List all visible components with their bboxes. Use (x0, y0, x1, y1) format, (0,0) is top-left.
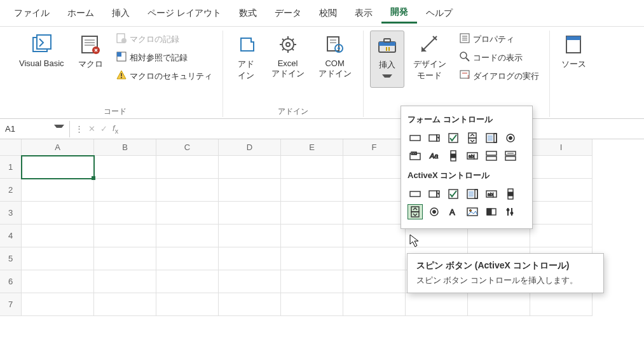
col-header-i[interactable]: I (530, 139, 593, 156)
svg-rect-62 (451, 154, 456, 158)
ax-scrollbar[interactable] (503, 186, 518, 202)
tab-developer[interactable]: 開発 (381, 3, 417, 24)
form-edit[interactable] (503, 148, 518, 163)
run-dialog-button[interactable]: ! ダイアログの実行 (455, 67, 543, 85)
com-addins-icon (324, 33, 346, 56)
tab-home[interactable]: ホーム (58, 4, 103, 23)
cancel-icon[interactable]: ✕ (88, 124, 95, 134)
col-header-d[interactable]: D (219, 139, 281, 156)
svg-point-56 (509, 137, 512, 140)
design-mode-label: デザイン モード (413, 59, 446, 81)
fx-icon[interactable]: fx (113, 123, 118, 135)
xml-source-button[interactable]: ソース (556, 31, 591, 73)
svg-text:ab|: ab| (488, 192, 494, 197)
addins-icon (235, 33, 257, 56)
svg-text:XYZ: XYZ (412, 152, 417, 155)
properties-button[interactable]: プロパティ (455, 31, 543, 48)
row-header-6[interactable]: 6 (0, 270, 22, 293)
formula-input[interactable] (123, 119, 644, 139)
insert-controls-dropdown: フォーム コントロール XYZAaab| ActiveX コントロール ab|A (401, 106, 533, 229)
form-spinner[interactable] (465, 130, 480, 146)
row-header-3[interactable]: 3 (0, 202, 22, 225)
tab-review[interactable]: 校閲 (310, 4, 346, 23)
row-header-4[interactable]: 4 (0, 225, 22, 247)
tab-view[interactable]: 表示 (346, 4, 381, 23)
col-header-e[interactable]: E (281, 139, 343, 156)
addins-button[interactable]: アド イン (230, 31, 263, 84)
col-header-c[interactable]: C (156, 139, 219, 156)
svg-point-94 (507, 209, 509, 211)
view-code-button[interactable]: コードの表示 (455, 49, 543, 66)
ax-spinbutton[interactable] (408, 204, 423, 219)
form-textfield[interactable]: ab| (465, 148, 480, 163)
ax-morecontrols[interactable] (503, 204, 518, 219)
tab-data[interactable]: データ (266, 4, 310, 23)
form-groupbox[interactable]: XYZ (408, 148, 423, 163)
group-addins-label: アドイン (278, 106, 308, 117)
gear-icon (277, 33, 299, 56)
menu-dots-icon[interactable]: ⋮ (75, 124, 83, 134)
group-addins: アド イン Excel アドイン COM アドイン アドイン (223, 31, 364, 117)
record-macro-button[interactable]: マクロの記録 (112, 31, 216, 48)
com-addins-label: COM アドイン (319, 59, 352, 80)
ax-label[interactable]: A (446, 204, 461, 219)
svg-line-38 (466, 58, 469, 61)
ax-textbox[interactable]: ab| (484, 186, 499, 202)
row-header-2[interactable]: 2 (0, 179, 22, 202)
col-header-b[interactable]: B (94, 139, 156, 156)
row-header-7[interactable]: 7 (0, 293, 22, 316)
ax-commandbutton[interactable] (408, 186, 423, 202)
tab-formulas[interactable]: 数式 (230, 4, 266, 23)
macro-security-button[interactable]: マクロのセキュリティ (112, 67, 216, 85)
tab-help[interactable]: ヘルプ (417, 4, 462, 23)
excel-addins-button[interactable]: Excel アドイン (266, 31, 310, 82)
run-dialog-icon: ! (459, 69, 470, 83)
row-header-5[interactable]: 5 (0, 247, 22, 270)
form-label[interactable]: Aa (427, 148, 442, 163)
record-macro-icon (116, 32, 127, 46)
ax-optionbutton[interactable] (427, 204, 442, 219)
chevron-down-icon (54, 123, 64, 135)
tab-insert[interactable]: 挿入 (103, 4, 139, 23)
ax-checkbox[interactable] (446, 186, 461, 202)
name-box[interactable]: A1 (0, 121, 70, 137)
design-mode-button[interactable]: デザイン モード (408, 31, 451, 84)
tooltip-title: スピン ボタン (ActiveX コントロール) (416, 260, 569, 270)
insert-controls-button[interactable]: 挿入 (370, 31, 404, 88)
col-header-f[interactable]: F (343, 139, 406, 156)
col-headers: A B C D E F G H I (22, 139, 644, 156)
form-button[interactable] (408, 130, 423, 146)
form-combo2[interactable] (484, 148, 499, 163)
com-addins-button[interactable]: COM アドイン (313, 31, 357, 82)
ax-listbox[interactable] (465, 186, 480, 202)
cell-a1[interactable] (22, 156, 94, 179)
tab-file[interactable]: ファイル (5, 4, 58, 23)
row-header-1[interactable]: 1 (0, 156, 22, 179)
svg-rect-70 (410, 191, 420, 197)
select-all-corner[interactable] (0, 139, 22, 156)
form-combobox[interactable] (427, 130, 442, 146)
visual-basic-button[interactable]: Visual Basic (14, 31, 69, 71)
form-optionbutton[interactable] (503, 130, 518, 146)
macros-icon (79, 33, 102, 56)
col-header-a[interactable]: A (22, 139, 94, 156)
ax-togglebutton[interactable] (484, 204, 499, 219)
relative-ref-button[interactable]: 相対参照で記録 (112, 49, 216, 66)
svg-text:ab|: ab| (469, 154, 475, 159)
relative-ref-label: 相対参照で記録 (130, 52, 188, 64)
enter-icon[interactable]: ✓ (100, 124, 107, 134)
ax-image[interactable] (465, 204, 480, 219)
macros-button[interactable]: マクロ (73, 31, 108, 73)
svg-line-20 (292, 48, 294, 50)
form-checkbox[interactable] (446, 130, 461, 146)
group-xml: ソース (550, 31, 598, 117)
svg-line-19 (282, 39, 284, 41)
svg-point-86 (433, 211, 436, 214)
form-listbox[interactable] (484, 130, 499, 146)
tab-pagelayout[interactable]: ページ レイアウト (139, 4, 230, 23)
svg-text:Aa: Aa (429, 152, 438, 160)
ax-combobox[interactable] (427, 186, 442, 202)
form-scrollbar[interactable] (446, 148, 461, 163)
svg-rect-65 (486, 151, 497, 155)
svg-rect-10 (117, 52, 121, 57)
